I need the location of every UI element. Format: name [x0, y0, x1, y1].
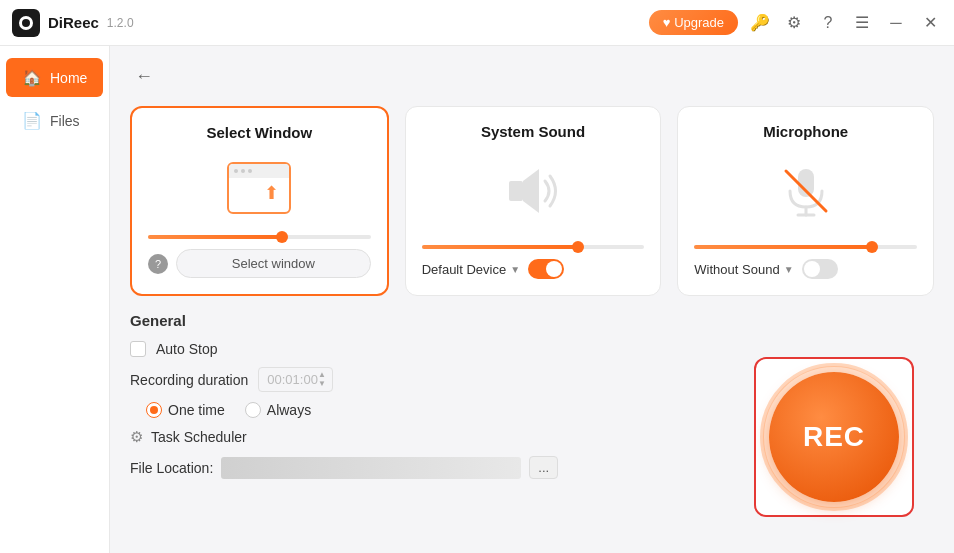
settings-icon[interactable]: ⚙ [782, 11, 806, 35]
app-name: DiReec [48, 14, 99, 31]
recording-duration-label: Recording duration [130, 372, 248, 388]
microphone-dropdown[interactable]: Without Sound ▼ [694, 262, 793, 277]
key-icon[interactable]: 🔑 [748, 11, 772, 35]
duration-input[interactable]: 00:01:00 ▲ ▼ [258, 367, 333, 392]
select-window-bottom: ? Select window [148, 249, 371, 278]
help-icon[interactable]: ? [816, 11, 840, 35]
slider-track-3[interactable] [694, 245, 917, 249]
task-scheduler-label[interactable]: Task Scheduler [151, 429, 247, 445]
without-sound-label: Without Sound [694, 262, 779, 277]
sound-icon [501, 159, 565, 227]
one-time-label: One time [168, 402, 225, 418]
slider-thumb[interactable] [276, 231, 288, 243]
one-time-radio[interactable]: One time [146, 402, 225, 418]
slider-fill-2 [422, 245, 578, 249]
system-sound-slider [422, 245, 645, 249]
menu-icon[interactable]: ☰ [850, 11, 874, 35]
mic-icon [774, 159, 838, 227]
file-location-label: File Location: [130, 460, 213, 476]
main-layout: 🏠 Home 📄 Files ← Select Window [0, 46, 954, 553]
window-dot-3 [248, 169, 252, 173]
always-radio[interactable]: Always [245, 402, 311, 418]
auto-stop-checkbox[interactable] [130, 341, 146, 357]
rec-button[interactable]: REC [769, 372, 899, 502]
app-version: 1.2.0 [107, 16, 134, 30]
general-title: General [130, 312, 934, 329]
microphone-toggle[interactable] [802, 259, 838, 279]
minimize-icon[interactable]: ─ [884, 11, 908, 35]
microphone-bottom: Without Sound ▼ [694, 259, 917, 279]
window-dot-1 [234, 169, 238, 173]
slider-track-2[interactable] [422, 245, 645, 249]
upgrade-button[interactable]: ♥ Upgrade [649, 10, 738, 35]
auto-stop-label: Auto Stop [156, 341, 218, 357]
sidebar-item-files-label: Files [50, 113, 80, 129]
titlebar-right: ♥ Upgrade 🔑 ⚙ ? ☰ ─ ✕ [649, 10, 942, 35]
slider-thumb-2[interactable] [572, 241, 584, 253]
sidebar-item-home-label: Home [50, 70, 87, 86]
one-time-radio-circle [146, 402, 162, 418]
system-sound-title: System Sound [481, 123, 585, 140]
sidebar-item-home[interactable]: 🏠 Home [6, 58, 103, 97]
auto-stop-row: Auto Stop [130, 341, 934, 357]
always-radio-circle [245, 402, 261, 418]
one-time-radio-dot [150, 406, 158, 414]
window-icon: ⬆ [227, 162, 291, 214]
task-scheduler-icon: ⚙ [130, 428, 143, 446]
files-icon: 📄 [22, 111, 42, 130]
content: ← Select Window ⬆ [110, 46, 954, 553]
content-body: General Auto Stop Recording duration 00:… [130, 312, 934, 537]
toggle-thumb [546, 261, 562, 277]
svg-rect-0 [509, 181, 523, 201]
cards-row: Select Window ⬆ [130, 106, 934, 296]
duration-value: 00:01:00 [267, 372, 318, 387]
app-logo [12, 9, 40, 37]
window-dot-2 [241, 169, 245, 173]
titlebar-left: DiReec 1.2.0 [12, 9, 134, 37]
file-path-bar [221, 457, 521, 479]
slider-fill [148, 235, 282, 239]
titlebar: DiReec 1.2.0 ♥ Upgrade 🔑 ⚙ ? ☰ ─ ✕ [0, 0, 954, 46]
window-bar [229, 164, 289, 178]
system-sound-icon-area [501, 150, 565, 235]
slider-fill-3 [694, 245, 872, 249]
select-window-card: Select Window ⬆ [130, 106, 389, 296]
app-logo-inner [19, 16, 33, 30]
back-button[interactable]: ← [130, 62, 158, 90]
microphone-title: Microphone [763, 123, 848, 140]
always-label: Always [267, 402, 311, 418]
select-window-title: Select Window [206, 124, 312, 141]
sidebar-item-files[interactable]: 📄 Files [6, 101, 103, 140]
cursor-icon: ⬆ [264, 182, 279, 204]
slider-thumb-3[interactable] [866, 241, 878, 253]
select-window-icon-area: ⬆ [227, 151, 291, 225]
file-more-button[interactable]: ... [529, 456, 558, 479]
duration-spinner: ▲ ▼ [318, 371, 326, 388]
chevron-down-icon: ▼ [510, 264, 520, 275]
duration-down-arrow[interactable]: ▼ [318, 380, 326, 388]
help-circle-icon[interactable]: ? [148, 254, 168, 274]
toggle-thumb-2 [804, 261, 820, 277]
slider-track[interactable] [148, 235, 371, 239]
system-sound-dropdown[interactable]: Default Device ▼ [422, 262, 520, 277]
default-device-label: Default Device [422, 262, 507, 277]
rec-container: REC [754, 357, 914, 517]
home-icon: 🏠 [22, 68, 42, 87]
system-sound-toggle[interactable] [528, 259, 564, 279]
chevron-down-icon-2: ▼ [784, 264, 794, 275]
system-sound-bottom: Default Device ▼ [422, 259, 645, 279]
rec-label: REC [803, 421, 865, 453]
select-window-slider [148, 235, 371, 239]
microphone-icon-area [774, 150, 838, 235]
close-icon[interactable]: ✕ [918, 11, 942, 35]
system-sound-card: System Sound [405, 106, 662, 296]
microphone-card: Microphone [677, 106, 934, 296]
microphone-slider [694, 245, 917, 249]
sidebar: 🏠 Home 📄 Files [0, 46, 110, 553]
duration-up-arrow[interactable]: ▲ [318, 371, 326, 379]
select-window-button[interactable]: Select window [176, 249, 371, 278]
